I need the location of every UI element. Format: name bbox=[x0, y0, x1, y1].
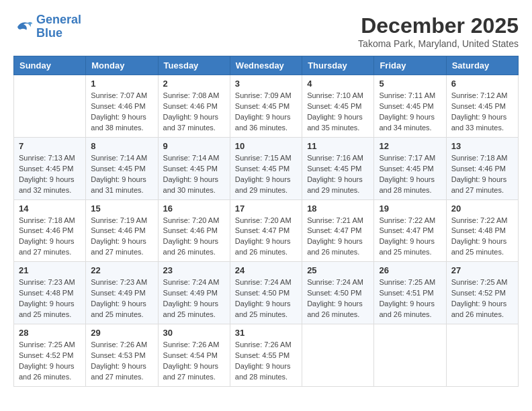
sunrise-text: Sunrise: 7:17 AM bbox=[379, 154, 435, 162]
day-cell: 14Sunrise: 7:18 AMSunset: 4:46 PMDayligh… bbox=[14, 199, 86, 262]
daylight-text: Daylight: 9 hours and 30 minutes. bbox=[163, 175, 219, 194]
day-cell: 28Sunrise: 7:25 AMSunset: 4:52 PMDayligh… bbox=[14, 324, 86, 387]
daylight-text: Daylight: 9 hours and 34 minutes. bbox=[379, 113, 435, 132]
day-info: Sunrise: 7:25 AMSunset: 4:52 PMDaylight:… bbox=[451, 277, 513, 320]
sunset-text: Sunset: 4:55 PM bbox=[235, 351, 290, 359]
daylight-text: Daylight: 9 hours and 25 minutes. bbox=[235, 300, 291, 318]
sunset-text: Sunset: 4:45 PM bbox=[19, 165, 73, 173]
day-info: Sunrise: 7:09 AMSunset: 4:45 PMDaylight:… bbox=[235, 91, 297, 134]
day-number: 30 bbox=[163, 328, 225, 338]
day-number: 12 bbox=[379, 141, 441, 151]
day-cell: 23Sunrise: 7:24 AMSunset: 4:49 PMDayligh… bbox=[158, 262, 230, 324]
day-number: 26 bbox=[379, 265, 441, 275]
daylight-text: Daylight: 9 hours and 27 minutes. bbox=[91, 362, 146, 381]
sunrise-text: Sunrise: 7:25 AM bbox=[379, 278, 435, 286]
sunset-text: Sunset: 4:49 PM bbox=[163, 289, 218, 297]
day-cell: 20Sunrise: 7:22 AMSunset: 4:48 PMDayligh… bbox=[446, 199, 518, 262]
sunrise-text: Sunrise: 7:26 AM bbox=[91, 340, 147, 349]
day-number: 15 bbox=[91, 203, 152, 214]
header-saturday: Saturday bbox=[446, 56, 518, 75]
day-number: 29 bbox=[91, 328, 152, 338]
week-row-3: 14Sunrise: 7:18 AMSunset: 4:46 PMDayligh… bbox=[14, 199, 519, 262]
sunset-text: Sunset: 4:48 PM bbox=[451, 226, 506, 234]
daylight-text: Daylight: 9 hours and 28 minutes. bbox=[379, 175, 435, 194]
sunset-text: Sunset: 4:50 PM bbox=[235, 289, 290, 297]
header-monday: Monday bbox=[86, 56, 158, 75]
day-info: Sunrise: 7:26 AMSunset: 4:55 PMDaylight:… bbox=[235, 340, 297, 383]
daylight-text: Daylight: 9 hours and 31 minutes. bbox=[91, 175, 146, 194]
day-number: 14 bbox=[19, 203, 81, 214]
page-header: General Blue December 2025 Takoma Park, … bbox=[13, 13, 519, 49]
daylight-text: Daylight: 9 hours and 27 minutes. bbox=[163, 362, 219, 381]
daylight-text: Daylight: 9 hours and 25 minutes. bbox=[91, 300, 146, 318]
header-tuesday: Tuesday bbox=[158, 56, 230, 75]
day-number: 21 bbox=[19, 265, 81, 275]
day-info: Sunrise: 7:15 AMSunset: 4:45 PMDaylight:… bbox=[235, 153, 297, 196]
day-cell: 7Sunrise: 7:13 AMSunset: 4:45 PMDaylight… bbox=[14, 137, 86, 199]
logo-bird-icon bbox=[13, 17, 34, 37]
daylight-text: Daylight: 9 hours and 25 minutes. bbox=[163, 300, 219, 318]
daylight-text: Daylight: 9 hours and 27 minutes. bbox=[91, 237, 146, 256]
sunrise-text: Sunrise: 7:25 AM bbox=[451, 278, 508, 286]
day-info: Sunrise: 7:11 AMSunset: 4:45 PMDaylight:… bbox=[379, 91, 441, 134]
day-info: Sunrise: 7:22 AMSunset: 4:47 PMDaylight:… bbox=[379, 216, 441, 259]
daylight-text: Daylight: 9 hours and 35 minutes. bbox=[307, 113, 363, 132]
day-cell bbox=[446, 324, 518, 387]
day-info: Sunrise: 7:26 AMSunset: 4:53 PMDaylight:… bbox=[91, 340, 152, 383]
daylight-text: Daylight: 9 hours and 25 minutes. bbox=[379, 237, 435, 256]
sunset-text: Sunset: 4:45 PM bbox=[379, 102, 433, 110]
sunset-text: Sunset: 4:45 PM bbox=[91, 165, 145, 173]
sunset-text: Sunset: 4:46 PM bbox=[163, 102, 218, 110]
sunset-text: Sunset: 4:45 PM bbox=[235, 102, 290, 110]
day-cell: 3Sunrise: 7:09 AMSunset: 4:45 PMDaylight… bbox=[230, 75, 302, 138]
sunrise-text: Sunrise: 7:25 AM bbox=[19, 340, 75, 349]
sunset-text: Sunset: 4:45 PM bbox=[235, 165, 290, 173]
sunset-text: Sunset: 4:54 PM bbox=[163, 351, 218, 359]
day-info: Sunrise: 7:16 AMSunset: 4:45 PMDaylight:… bbox=[307, 153, 369, 196]
sunrise-text: Sunrise: 7:26 AM bbox=[163, 340, 220, 349]
day-number: 23 bbox=[163, 265, 225, 275]
sunrise-text: Sunrise: 7:18 AM bbox=[19, 216, 75, 224]
day-cell: 12Sunrise: 7:17 AMSunset: 4:45 PMDayligh… bbox=[374, 137, 446, 199]
week-row-1: 1Sunrise: 7:07 AMSunset: 4:46 PMDaylight… bbox=[14, 75, 519, 138]
daylight-text: Daylight: 9 hours and 26 minutes. bbox=[163, 237, 219, 256]
day-number: 11 bbox=[307, 141, 369, 151]
day-info: Sunrise: 7:24 AMSunset: 4:50 PMDaylight:… bbox=[235, 277, 297, 320]
day-cell: 30Sunrise: 7:26 AMSunset: 4:54 PMDayligh… bbox=[158, 324, 230, 387]
day-info: Sunrise: 7:25 AMSunset: 4:52 PMDaylight:… bbox=[19, 340, 81, 383]
day-info: Sunrise: 7:14 AMSunset: 4:45 PMDaylight:… bbox=[91, 153, 152, 196]
header-wednesday: Wednesday bbox=[230, 56, 302, 75]
daylight-text: Daylight: 9 hours and 27 minutes. bbox=[451, 175, 507, 194]
day-number: 1 bbox=[91, 79, 152, 89]
day-cell: 27Sunrise: 7:25 AMSunset: 4:52 PMDayligh… bbox=[446, 262, 518, 324]
day-cell: 8Sunrise: 7:14 AMSunset: 4:45 PMDaylight… bbox=[86, 137, 158, 199]
day-cell: 2Sunrise: 7:08 AMSunset: 4:46 PMDaylight… bbox=[158, 75, 230, 138]
day-info: Sunrise: 7:22 AMSunset: 4:48 PMDaylight:… bbox=[451, 216, 513, 259]
sunrise-text: Sunrise: 7:11 AM bbox=[379, 91, 435, 99]
sunrise-text: Sunrise: 7:21 AM bbox=[307, 216, 363, 224]
day-number: 27 bbox=[451, 265, 513, 275]
day-info: Sunrise: 7:17 AMSunset: 4:45 PMDaylight:… bbox=[379, 153, 441, 196]
sunset-text: Sunset: 4:53 PM bbox=[91, 351, 145, 359]
daylight-text: Daylight: 9 hours and 36 minutes. bbox=[235, 113, 291, 132]
day-info: Sunrise: 7:08 AMSunset: 4:46 PMDaylight:… bbox=[163, 91, 225, 134]
sunset-text: Sunset: 4:52 PM bbox=[19, 351, 73, 359]
sunrise-text: Sunrise: 7:07 AM bbox=[91, 91, 147, 99]
daylight-text: Daylight: 9 hours and 26 minutes. bbox=[307, 300, 363, 318]
day-cell: 31Sunrise: 7:26 AMSunset: 4:55 PMDayligh… bbox=[230, 324, 302, 387]
sunrise-text: Sunrise: 7:08 AM bbox=[163, 91, 220, 99]
day-number: 3 bbox=[235, 79, 297, 89]
sunset-text: Sunset: 4:46 PM bbox=[91, 102, 145, 110]
day-number: 28 bbox=[19, 328, 81, 338]
day-info: Sunrise: 7:24 AMSunset: 4:50 PMDaylight:… bbox=[307, 277, 369, 320]
day-info: Sunrise: 7:13 AMSunset: 4:45 PMDaylight:… bbox=[19, 153, 81, 196]
day-cell: 25Sunrise: 7:24 AMSunset: 4:50 PMDayligh… bbox=[302, 262, 374, 324]
day-cell: 22Sunrise: 7:23 AMSunset: 4:49 PMDayligh… bbox=[86, 262, 158, 324]
sunset-text: Sunset: 4:51 PM bbox=[379, 289, 433, 297]
day-info: Sunrise: 7:26 AMSunset: 4:54 PMDaylight:… bbox=[163, 340, 225, 383]
day-cell: 11Sunrise: 7:16 AMSunset: 4:45 PMDayligh… bbox=[302, 137, 374, 199]
sunset-text: Sunset: 4:47 PM bbox=[235, 226, 290, 234]
sunrise-text: Sunrise: 7:26 AM bbox=[235, 340, 292, 349]
daylight-text: Daylight: 9 hours and 26 minutes. bbox=[451, 300, 507, 318]
sunset-text: Sunset: 4:45 PM bbox=[307, 102, 361, 110]
